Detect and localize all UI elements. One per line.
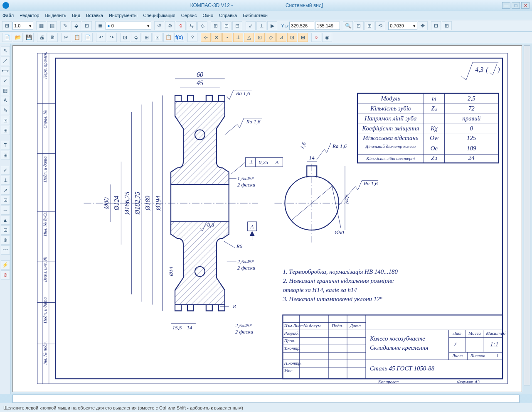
- center-icon[interactable]: ⊕: [1, 235, 10, 245]
- tool-btn[interactable]: ▤: [47, 21, 57, 30]
- tool-btn[interactable]: ▦: [36, 21, 46, 30]
- fx-icon[interactable]: f(x): [174, 33, 184, 42]
- help-icon[interactable]: ？: [187, 33, 197, 42]
- zoom-fit-icon[interactable]: ⊞: [365, 21, 374, 30]
- edit-icon[interactable]: ✎: [1, 106, 10, 115]
- param-icon[interactable]: ⊡: [1, 116, 10, 125]
- layers-icon[interactable]: ≣: [95, 21, 105, 30]
- title-block: Изм.Лист № докум. Подп. Дата Разраб. Про…: [283, 315, 505, 379]
- copy-icon[interactable]: 📋: [72, 33, 82, 42]
- tool-btn[interactable]: ⊟: [232, 21, 242, 30]
- undo-icon[interactable]: ↶: [96, 33, 106, 42]
- save-icon[interactable]: 💾: [24, 33, 34, 42]
- arrow2-icon[interactable]: →: [1, 206, 10, 215]
- menu-libs[interactable]: Библиотеки: [243, 13, 268, 18]
- text2-icon[interactable]: T: [1, 141, 10, 150]
- menu-select[interactable]: Выделить: [45, 13, 66, 18]
- menu-file[interactable]: Файл: [2, 13, 14, 18]
- layer-field[interactable]: ● 0▾: [106, 22, 151, 30]
- zoom-prev-icon[interactable]: ⟲: [375, 21, 385, 30]
- tool-btn[interactable]: 📋: [163, 33, 173, 42]
- new-icon[interactable]: 📄: [2, 33, 12, 42]
- maximize-button[interactable]: □: [512, 2, 520, 9]
- tool-btn[interactable]: ⊞: [211, 21, 221, 30]
- snap-btn[interactable]: ⊡: [255, 33, 265, 42]
- magnet-icon[interactable]: ⧲: [311, 33, 321, 42]
- line-icon[interactable]: ／: [1, 56, 10, 65]
- tol-icon[interactable]: ⊡: [1, 196, 10, 205]
- menu-edit[interactable]: Редактор: [20, 13, 39, 18]
- flash-icon[interactable]: ⚡: [1, 260, 10, 270]
- menu-help[interactable]: Справка: [219, 13, 237, 18]
- paste-icon[interactable]: 📄: [83, 33, 93, 42]
- redo-icon[interactable]: ↷: [107, 33, 117, 42]
- zoom-in-icon[interactable]: 🔍: [343, 21, 353, 30]
- zoom-window-icon[interactable]: ⊡: [354, 21, 364, 30]
- pan-icon[interactable]: ✥: [418, 21, 428, 30]
- command-input[interactable]: [12, 395, 520, 403]
- close-button[interactable]: ✕: [521, 2, 530, 9]
- svg-text:2 фаски: 2 фаски: [237, 265, 256, 271]
- tool-btn[interactable]: ↺: [154, 21, 164, 30]
- text-icon[interactable]: A: [1, 96, 10, 105]
- snap-btn[interactable]: ⊞: [298, 33, 308, 42]
- dim-icon[interactable]: ⟷: [1, 66, 10, 75]
- snap-btn[interactable]: △: [244, 33, 254, 42]
- snap-btn[interactable]: ⊿: [276, 33, 286, 42]
- line-style-field[interactable]: 1.0▾: [12, 22, 33, 30]
- snap-btn[interactable]: ⊹: [201, 33, 211, 42]
- tool-btn[interactable]: ⚙: [165, 21, 175, 30]
- wave-icon[interactable]: 〰: [1, 245, 10, 255]
- menu-service[interactable]: Сервис: [181, 13, 197, 18]
- cut-icon[interactable]: ✂: [61, 33, 71, 42]
- magnet-icon[interactable]: ⧲: [176, 21, 186, 30]
- coord-x-field[interactable]: 329.526: [289, 22, 314, 30]
- table-icon[interactable]: ⊞: [1, 151, 10, 160]
- arrow-icon[interactable]: ↖: [1, 46, 10, 55]
- minimize-button[interactable]: —: [502, 2, 510, 9]
- tool-btn[interactable]: ↙: [246, 21, 256, 30]
- base-icon[interactable]: ⊥: [1, 176, 10, 185]
- zoom-field[interactable]: 0.7039▾: [388, 22, 417, 30]
- leader-icon[interactable]: ↗: [1, 186, 10, 195]
- tool-btn[interactable]: ▶: [267, 21, 277, 30]
- rough2-icon[interactable]: ✓: [1, 166, 10, 175]
- cancel-icon[interactable]: ⊘: [1, 270, 10, 280]
- tool-btn[interactable]: ⊡: [120, 33, 130, 42]
- snap-btn[interactable]: ✕: [212, 33, 222, 42]
- menu-view[interactable]: Вид: [72, 13, 80, 18]
- tool-btn[interactable]: ⊡: [431, 21, 441, 30]
- tool-btn[interactable]: ⊞: [142, 33, 152, 42]
- tool-btn[interactable]: ⊡: [222, 21, 232, 30]
- tool-btn[interactable]: ⊞: [442, 21, 452, 30]
- preview-icon[interactable]: 🗎: [48, 33, 58, 42]
- tool-btn[interactable]: ◉: [322, 33, 332, 42]
- menu-tools[interactable]: Инструменты: [109, 13, 138, 18]
- tool-btn[interactable]: ⬙: [131, 33, 141, 42]
- menu-spec[interactable]: Спецификация: [143, 13, 175, 18]
- drawing-canvas[interactable]: Інв. № подл. Подп. и дата Взам. инв. № И…: [12, 45, 522, 392]
- tool-btn[interactable]: ⊥: [256, 21, 266, 30]
- snap-btn[interactable]: ◇: [266, 33, 276, 42]
- tool-btn[interactable]: ⊡: [82, 21, 92, 30]
- coord-y-field[interactable]: 155.149: [315, 22, 340, 30]
- tool-btn[interactable]: ◇: [197, 21, 207, 30]
- vertical-scrollbar[interactable]: [524, 45, 530, 385]
- menu-insert[interactable]: Вставка: [86, 13, 103, 18]
- open-icon[interactable]: 📂: [13, 33, 23, 42]
- tool-btn[interactable]: ⇆: [187, 21, 197, 30]
- rough-icon[interactable]: ✓: [1, 76, 10, 85]
- print-icon[interactable]: 🖨: [37, 33, 47, 42]
- hatch-icon[interactable]: ▨: [1, 86, 10, 95]
- menu-window[interactable]: Окно: [202, 13, 213, 18]
- tool-btn[interactable]: ⬙: [71, 21, 81, 30]
- snap-btn[interactable]: ⊡: [287, 33, 297, 42]
- tool-btn[interactable]: ✎: [60, 21, 70, 30]
- snap-btn[interactable]: ⋆: [222, 33, 232, 42]
- measure-icon[interactable]: ⊞: [1, 126, 10, 135]
- mark-icon[interactable]: ⊡: [1, 226, 10, 235]
- tool-btn[interactable]: ⊡: [153, 33, 163, 42]
- snap-btn[interactable]: ⊥: [233, 33, 243, 42]
- grid-icon[interactable]: ⊞: [2, 21, 12, 30]
- datum-icon[interactable]: ▲: [1, 216, 10, 225]
